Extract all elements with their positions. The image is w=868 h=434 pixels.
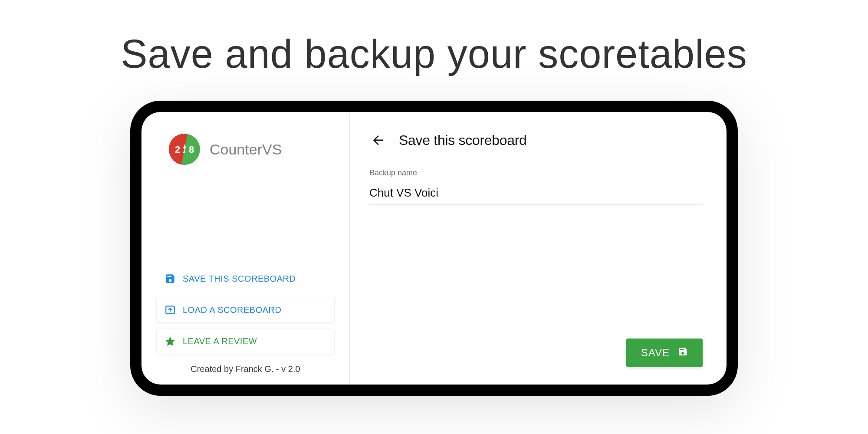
app-logo-icon: 2 8: [169, 134, 200, 165]
menu-item-label: LEAVE A REVIEW: [183, 336, 257, 346]
backup-name-field: Backup name: [369, 168, 703, 204]
save-button[interactable]: SAVE: [626, 339, 703, 367]
credits-text: Created by Franck G. - v 2.0: [157, 364, 334, 374]
device-frame: 2 8 CounterVS: [130, 101, 738, 396]
main-panel: Save this scoreboard Backup name SAVE: [350, 112, 727, 385]
main-header: Save this scoreboard: [369, 132, 703, 149]
app-brand: 2 8 CounterVS: [169, 134, 334, 165]
app-screen: 2 8 CounterVS: [141, 112, 727, 385]
menu-item-label: LOAD A SCOREBOARD: [183, 305, 281, 315]
main-title: Save this scoreboard: [399, 132, 527, 148]
menu-item-label: SAVE THIS SCOREBOARD: [183, 274, 296, 284]
star-icon: [164, 335, 176, 347]
upload-icon: [164, 304, 176, 316]
back-button[interactable]: [369, 132, 387, 149]
menu-item-leave-review[interactable]: LEAVE A REVIEW: [157, 329, 334, 354]
menu-item-save-scoreboard[interactable]: SAVE THIS SCOREBOARD: [157, 266, 334, 291]
arrow-left-icon: [371, 133, 385, 148]
sidebar: 2 8 CounterVS: [141, 112, 350, 385]
backup-name-label: Backup name: [369, 168, 703, 178]
logo-left-score: 2: [175, 144, 180, 155]
logo-right-score: 8: [189, 144, 194, 155]
save-button-label: SAVE: [641, 347, 670, 359]
app-name: CounterVS: [210, 141, 282, 158]
actions-bar: SAVE: [369, 339, 703, 367]
save-icon: [677, 346, 688, 359]
menu-item-load-scoreboard[interactable]: LOAD A SCOREBOARD: [157, 297, 334, 322]
sidebar-menu: SAVE THIS SCOREBOARD LOAD A SCOREBOARD: [157, 266, 334, 354]
backup-name-input[interactable]: [369, 184, 703, 204]
save-icon: [164, 273, 176, 284]
page-headline: Save and backup your scoretables: [121, 31, 747, 77]
